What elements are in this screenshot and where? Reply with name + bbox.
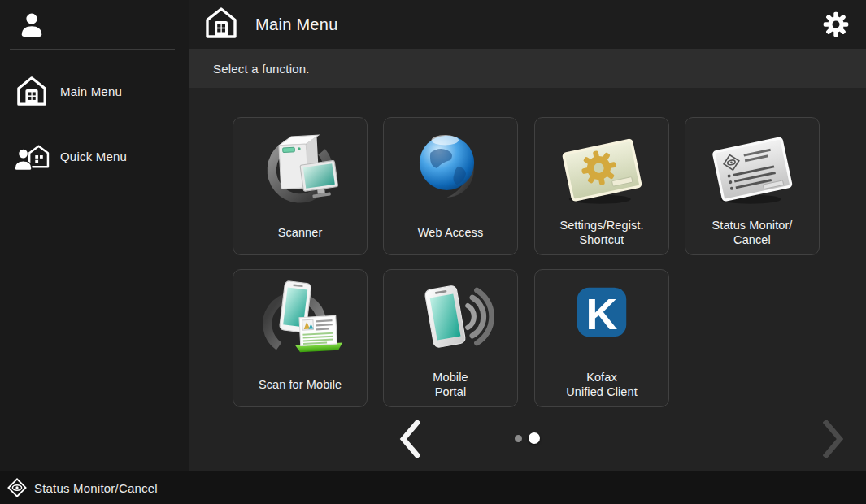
- page-dot-1[interactable]: [515, 435, 522, 442]
- user-login-button[interactable]: [0, 0, 189, 49]
- home-icon: [205, 7, 237, 42]
- gear-icon: [821, 10, 851, 39]
- footer-bar: Status Monitor/Cancel: [0, 471, 866, 504]
- sidebar: Main Menu Quick Menu: [0, 0, 189, 471]
- main-content: Scanner Web Acce: [189, 88, 866, 471]
- tile-web-access[interactable]: Web Access: [383, 117, 518, 255]
- tile-label: Mobile Portal: [387, 367, 514, 402]
- page-dot-2[interactable]: [529, 432, 540, 444]
- tile-kofax-unified-client[interactable]: K Kofax Unified Client: [534, 269, 669, 407]
- header: Main Menu: [189, 0, 866, 49]
- tile-mobile-portal[interactable]: Mobile Portal: [383, 269, 518, 407]
- tile-label: Kofax Unified Client: [538, 367, 665, 402]
- sidebar-item-main-menu[interactable]: Main Menu: [0, 70, 189, 112]
- settings-button[interactable]: [820, 9, 851, 40]
- status-monitor-label: Status Monitor/Cancel: [34, 481, 158, 495]
- status-monitor-card-icon: [707, 123, 798, 214]
- svg-text:K: K: [586, 289, 618, 338]
- tile-label: Status Monitor/ Cancel: [689, 215, 816, 250]
- status-monitor-button[interactable]: Status Monitor/Cancel: [7, 471, 158, 504]
- tile-scanner[interactable]: Scanner: [233, 117, 368, 255]
- tile-label: Scanner: [237, 215, 363, 250]
- scan-for-mobile-icon: [255, 275, 346, 366]
- tile-scan-for-mobile[interactable]: Scan for Mobile: [233, 269, 368, 407]
- quick-menu-icon: [11, 141, 52, 172]
- mobile-portal-icon: [405, 275, 496, 366]
- person-icon: [18, 11, 46, 38]
- settings-shortcut-icon: [556, 123, 647, 214]
- tile-label: Scan for Mobile: [237, 367, 363, 402]
- tile-label: Web Access: [387, 215, 514, 250]
- scanner-icon: [255, 123, 346, 214]
- tile-status-monitor-cancel[interactable]: Status Monitor/ Cancel: [685, 117, 820, 255]
- tile-settings-regist-shortcut[interactable]: Settings/Regist. Shortcut: [534, 117, 669, 255]
- instruction-band: Select a function.: [189, 49, 866, 88]
- sidebar-item-quick-menu[interactable]: Quick Menu: [0, 135, 189, 177]
- sidebar-item-label: Main Menu: [60, 85, 122, 98]
- home-icon: [11, 76, 52, 106]
- page-indicator: [189, 432, 866, 444]
- page-title: Main Menu: [255, 15, 338, 34]
- sidebar-item-label: Quick Menu: [60, 150, 127, 163]
- instruction-text: Select a function.: [213, 62, 310, 76]
- status-monitor-icon: [7, 477, 28, 498]
- web-access-icon: [405, 123, 496, 214]
- tile-label: Settings/Regist. Shortcut: [538, 215, 665, 250]
- sidebar-divider: [10, 49, 175, 50]
- footer-divider: [189, 471, 189, 504]
- kofax-icon: K: [556, 275, 647, 366]
